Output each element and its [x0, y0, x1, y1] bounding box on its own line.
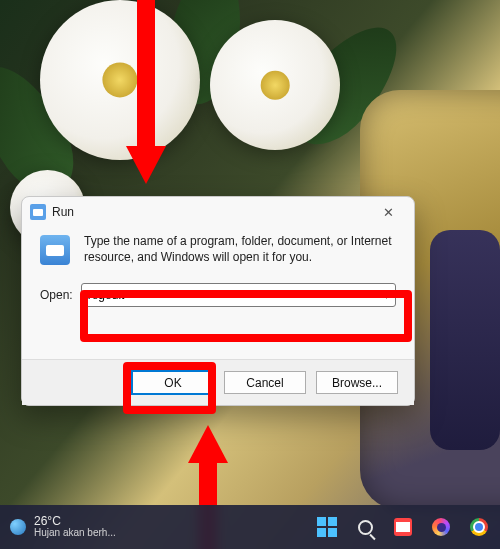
cancel-button[interactable]: Cancel [224, 371, 306, 394]
annotation-arrow-up [188, 425, 228, 463]
taskbar-search-button[interactable] [354, 516, 376, 538]
taskbar: 26°C Hujan akan berh... [0, 505, 500, 549]
app-icon [394, 518, 412, 536]
close-button[interactable]: ✕ [370, 205, 406, 220]
taskbar-app-1[interactable] [392, 516, 414, 538]
search-icon [358, 520, 373, 535]
weather-condition: Hujan akan berh... [34, 528, 116, 539]
open-combobox[interactable]: ▾ [81, 283, 396, 307]
run-description: Type the name of a program, folder, docu… [84, 233, 396, 265]
run-titlebar-icon [30, 204, 46, 220]
annotation-arrow-down [126, 146, 166, 184]
wallpaper-flower [40, 0, 200, 160]
window-title: Run [52, 205, 370, 219]
chrome-icon [470, 518, 488, 536]
firefox-icon [432, 518, 450, 536]
button-row: OK Cancel Browse... [22, 359, 414, 405]
taskbar-firefox[interactable] [430, 516, 452, 538]
taskbar-weather-widget[interactable]: 26°C Hujan akan berh... [0, 515, 116, 538]
browse-button[interactable]: Browse... [316, 371, 398, 394]
windows-logo-icon [317, 517, 337, 537]
chevron-down-icon[interactable]: ▾ [377, 290, 395, 301]
open-input[interactable] [82, 288, 377, 302]
weather-icon [10, 519, 26, 535]
taskbar-chrome[interactable] [468, 516, 490, 538]
start-button[interactable] [316, 516, 338, 538]
ok-button[interactable]: OK [132, 371, 214, 394]
run-icon [40, 235, 70, 265]
open-label: Open: [40, 288, 73, 302]
wallpaper-flower [210, 20, 340, 150]
title-bar[interactable]: Run ✕ [22, 197, 414, 227]
run-dialog: Run ✕ Type the name of a program, folder… [21, 196, 415, 406]
